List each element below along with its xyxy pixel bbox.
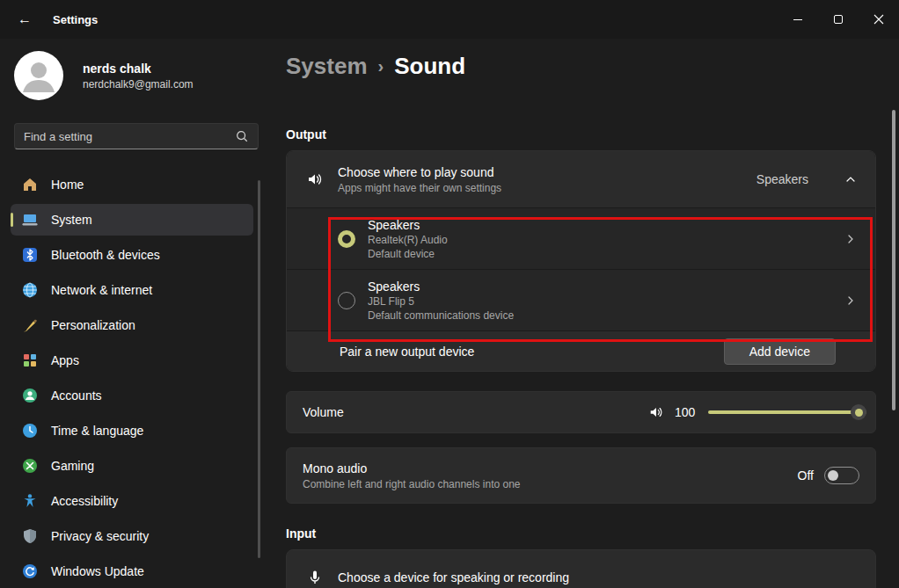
sidebar-item-label: Home	[51, 178, 84, 192]
sidebar-item-label: Network & internet	[51, 283, 152, 297]
device-name: Speakers	[368, 218, 448, 232]
volume-card: Volume 100	[286, 391, 876, 433]
volume-slider-track[interactable]	[708, 410, 866, 414]
sidebar-item-network-internet[interactable]: Network & internet	[11, 274, 253, 306]
choose-output-header[interactable]: Choose where to play sound Apps might ha…	[287, 151, 875, 207]
mono-audio-toggle[interactable]	[824, 467, 859, 484]
output-device-row-jbl[interactable]: Speakers JBL Flip 5 Default communicatio…	[287, 269, 875, 330]
volume-speaker-icon	[648, 404, 664, 420]
mono-audio-card: Mono audio Combine left and right audio …	[286, 447, 876, 504]
radio-selected[interactable]	[338, 230, 355, 248]
search-box[interactable]	[14, 123, 259, 149]
sidebar-item-label: Privacy & security	[51, 529, 149, 543]
maximize-button[interactable]	[818, 0, 859, 39]
avatar	[14, 51, 63, 100]
sidebar-item-label: Accounts	[51, 388, 102, 403]
sidebar-item-label: Bluetooth & devices	[51, 248, 160, 262]
device-detail: JBL Flip 5	[368, 295, 514, 308]
sidebar-item-accounts[interactable]: Accounts	[11, 380, 253, 411]
titlebar: ← Settings	[0, 0, 899, 39]
choose-input-title: Choose a device for speaking or recordin…	[338, 570, 569, 584]
speaker-icon	[306, 171, 324, 188]
sidebar-scrollbar[interactable]	[258, 180, 260, 558]
mono-toggle-state: Off	[798, 468, 814, 483]
sidebar-item-bluetooth-devices[interactable]: Bluetooth & devices	[11, 239, 253, 271]
toggle-knob	[828, 470, 838, 481]
sidebar-item-label: Apps	[51, 353, 79, 367]
radio-unselected[interactable]	[338, 292, 355, 309]
sidebar-item-label: Windows Update	[51, 564, 144, 578]
output-section-label: Output	[286, 127, 876, 142]
selected-output-value: Speakers	[756, 172, 808, 186]
minimize-icon	[793, 19, 802, 20]
sidebar-item-personalization[interactable]: Personalization	[11, 309, 253, 341]
page-title: Sound	[394, 53, 465, 80]
sidebar-item-time-language[interactable]: Time & language	[11, 415, 253, 446]
network-icon	[21, 281, 39, 299]
sidebar-item-privacy-security[interactable]: Privacy & security	[11, 520, 253, 552]
add-device-button[interactable]: Add device	[724, 338, 836, 365]
search-icon	[235, 129, 249, 143]
chevron-up-icon	[844, 172, 858, 186]
accounts-icon	[21, 387, 39, 404]
mono-audio-subtitle: Combine left and right audio channels in…	[303, 478, 521, 490]
gaming-icon	[21, 457, 39, 475]
sidebar-item-apps[interactable]: Apps	[11, 345, 253, 376]
microphone-icon	[306, 569, 324, 586]
breadcrumb-separator: ›	[378, 56, 384, 76]
time-language-icon	[21, 422, 39, 439]
home-icon	[21, 176, 39, 193]
windows-update-icon	[21, 563, 39, 580]
choose-output-title: Choose where to play sound	[338, 165, 501, 179]
personalization-icon	[21, 316, 39, 334]
device-detail: Realtek(R) Audio	[368, 234, 448, 246]
profile-email: nerdchalk9@gmail.com	[83, 78, 194, 91]
profile-block[interactable]: nerds chalk nerdchalk9@gmail.com	[14, 51, 194, 100]
profile-name: nerds chalk	[83, 62, 194, 76]
search-input[interactable]	[15, 130, 235, 143]
volume-slider[interactable]	[708, 404, 866, 420]
device-name: Speakers	[368, 279, 514, 294]
sidebar-item-label: Personalization	[51, 318, 135, 332]
pair-device-row: Pair a new output device Add device	[287, 330, 875, 371]
sidebar-item-label: Gaming	[51, 459, 94, 473]
output-device-row-realtek[interactable]: Speakers Realtek(R) Audio Default device	[287, 207, 875, 269]
sidebar: nerds chalk nerdchalk9@gmail.com Home Sy…	[0, 39, 264, 588]
device-status: Default device	[368, 248, 448, 260]
pair-device-label: Pair a new output device	[340, 345, 474, 359]
volume-label: Volume	[303, 405, 344, 419]
sidebar-item-label: System	[51, 213, 92, 227]
sidebar-item-accessibility[interactable]: Accessibility	[11, 485, 253, 517]
close-button[interactable]	[859, 0, 899, 39]
maximize-icon	[834, 15, 843, 24]
sidebar-item-gaming[interactable]: Gaming	[11, 450, 253, 482]
apps-icon	[21, 352, 39, 369]
accessibility-icon	[21, 492, 39, 510]
window-title: Settings	[53, 13, 98, 26]
volume-slider-thumb[interactable]	[851, 404, 866, 420]
breadcrumb: System › Sound	[286, 39, 876, 80]
chevron-right-icon	[844, 232, 858, 246]
sidebar-item-label: Accessibility	[51, 494, 118, 508]
person-icon	[14, 51, 63, 100]
minimize-button[interactable]	[778, 0, 818, 39]
choose-input-header[interactable]: Choose a device for speaking or recordin…	[286, 549, 876, 588]
sidebar-item-home[interactable]: Home	[11, 169, 253, 200]
device-status: Default communications device	[368, 309, 514, 322]
sidebar-item-windows-update[interactable]: Windows Update	[11, 555, 253, 587]
sidebar-item-system[interactable]: System	[11, 204, 253, 236]
breadcrumb-system[interactable]: System	[286, 53, 368, 80]
close-icon	[873, 14, 884, 25]
back-arrow-icon: ←	[18, 11, 32, 27]
main-scrollbar[interactable]	[892, 110, 895, 410]
bluetooth-icon	[21, 246, 39, 264]
sidebar-item-label: Time & language	[51, 424, 143, 438]
choose-output-subtitle: Apps might have their own settings	[338, 182, 501, 194]
chevron-right-icon	[844, 294, 858, 308]
system-icon	[21, 211, 39, 229]
input-section-label: Input	[286, 526, 876, 541]
privacy-security-icon	[21, 527, 39, 545]
sidebar-nav: Home System Bluetooth & devices Network …	[0, 169, 264, 588]
mono-audio-title: Mono audio	[303, 461, 521, 475]
back-button[interactable]: ←	[7, 4, 42, 34]
